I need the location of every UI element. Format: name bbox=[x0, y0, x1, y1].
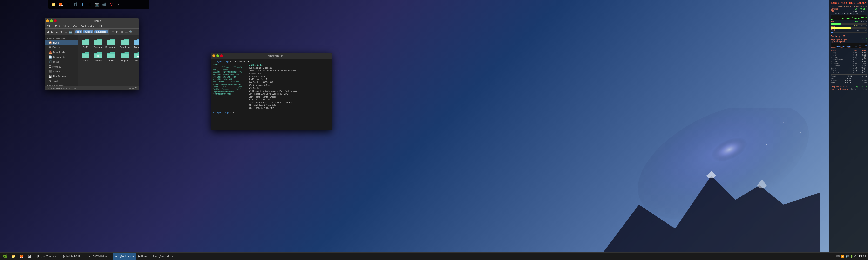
nav-home-btn[interactable]: ⌂ bbox=[64, 29, 68, 35]
window-maximize-btn[interactable] bbox=[50, 20, 53, 23]
tray-sound-icon[interactable]: 🔊 bbox=[845, 255, 849, 258]
svg-text:⬇: ⬇ bbox=[124, 42, 126, 44]
app-icon-shiftit[interactable]: S bbox=[79, 1, 86, 8]
term-minimize-btn[interactable] bbox=[212, 54, 215, 57]
folder-dropbox[interactable]: Dropbox bbox=[133, 37, 138, 49]
app-icon-spotify[interactable]: 🎵 bbox=[72, 1, 79, 8]
term-line-final-prompt: erik@erik-Hp ~ $ bbox=[213, 111, 330, 114]
sysmon-panel: Linux Mint 18.1 Serena Host Ubuntu Linux… bbox=[830, 0, 868, 252]
menu-help[interactable]: Help bbox=[97, 25, 104, 28]
filesystem-icon: 💾 bbox=[49, 75, 52, 78]
terminal-titlebar: erik@erik-Hp: ~ bbox=[211, 53, 332, 59]
sidebar-item-videos[interactable]: 🎬 Videos bbox=[44, 69, 78, 74]
sysmon-session-row: Session 371MB 10.3M bbox=[831, 75, 867, 77]
app-icon-vivaldi[interactable]: V bbox=[108, 1, 115, 8]
breadcrumb-aurelia[interactable]: aurelia bbox=[83, 30, 93, 33]
folder-downloads[interactable]: ⬇ Downloads bbox=[119, 37, 132, 49]
tray-network-icon[interactable]: 📶 bbox=[841, 255, 845, 258]
folder-public-icon bbox=[106, 52, 115, 59]
window-close-btn[interactable] bbox=[54, 20, 57, 23]
tray-keyboard-icon[interactable]: ⌨ bbox=[836, 255, 840, 258]
sidebar-item-filesystem[interactable]: 💾 File System bbox=[44, 74, 78, 79]
sidebar-item-trash[interactable]: 🗑 Trash bbox=[44, 79, 78, 83]
folder-downloads-label: Downloads bbox=[120, 46, 131, 48]
sidebar-item-documents[interactable]: 📄 Documents bbox=[44, 54, 78, 60]
nav-up-btn[interactable]: ▲ bbox=[55, 29, 59, 35]
menu-edit[interactable]: Edit bbox=[54, 25, 61, 28]
taskbar-item-data-ulti[interactable]: ~ - DATA/Ultimat... bbox=[87, 253, 112, 260]
sidebar-item-downloads[interactable]: 📥 Downloads bbox=[44, 50, 78, 54]
folder-pictures-label: Pictures bbox=[94, 60, 102, 62]
tray-battery-icon[interactable]: 🔋 bbox=[850, 255, 853, 258]
folder-templates[interactable]: Templates bbox=[119, 51, 132, 63]
folder-videos[interactable]: ▶ Videos bbox=[133, 51, 138, 63]
nav-forward-btn[interactable]: ▶ bbox=[50, 29, 54, 35]
menu-bookmarks[interactable]: Bookmarks bbox=[80, 25, 95, 28]
folder-desktop[interactable]: Desktop bbox=[92, 37, 103, 49]
app-icon-photos[interactable]: 📷 bbox=[94, 1, 100, 8]
view-list-btn[interactable]: ☰ bbox=[124, 29, 128, 35]
nav-reload-btn[interactable]: ↺ bbox=[59, 29, 63, 35]
process-row: teamviewerd0.120.30 bbox=[831, 58, 867, 61]
sysmon-uptime-row: Uptime 0h 47m 15s bbox=[831, 8, 867, 10]
sysmon-battery-title: Battery: 20 bbox=[831, 35, 867, 38]
app-icon-misc[interactable]: ⚙ bbox=[86, 1, 93, 8]
app-icon-screenrecord[interactable]: 📹 bbox=[101, 1, 107, 8]
sysmon-ul-row: Upload speed 1.71K bbox=[831, 40, 867, 43]
folder-public[interactable]: Public bbox=[104, 51, 117, 63]
sidebar-item-home[interactable]: 🏠 Home bbox=[44, 40, 78, 45]
toggle-extra-btn[interactable]: ⊟ bbox=[115, 29, 119, 35]
sysmon-swap-bar bbox=[831, 28, 867, 29]
sysmon-uptime-value: 0h 47m 15s bbox=[855, 8, 867, 10]
app-icon-firefox[interactable]: 🦊 bbox=[57, 1, 64, 8]
sidebar-item-pictures[interactable]: 🖼 Pictures bbox=[44, 64, 78, 69]
more-btn[interactable]: ⋮ bbox=[133, 29, 138, 35]
menu-view[interactable]: View bbox=[63, 25, 70, 28]
folder-music[interactable]: ♪ Music bbox=[80, 51, 91, 63]
window-minimize-btn[interactable] bbox=[46, 20, 49, 23]
taskbar-item-terminal[interactable]: [erik@erik-Hp: ~ bbox=[113, 253, 136, 260]
taskbar-item-home-fm[interactable]: ▶ Home bbox=[136, 253, 150, 260]
taskbar-item-imgur[interactable]: [Imgur: The mos... bbox=[35, 253, 61, 260]
folder-data[interactable]: DATA bbox=[80, 37, 91, 49]
svg-point-3 bbox=[627, 120, 627, 121]
sysmon-disk-label: Disk bbox=[831, 29, 835, 32]
folder-documents[interactable]: Documents bbox=[104, 37, 117, 49]
sysmon-uptime-label: Uptime bbox=[831, 8, 838, 10]
menu-go[interactable]: Go bbox=[72, 25, 78, 28]
nav-computer-btn[interactable]: 💻 bbox=[68, 29, 72, 35]
view-icon-btn[interactable]: ▦ bbox=[120, 29, 124, 35]
process-row: cinnamon0.270.28 bbox=[831, 61, 867, 63]
pictures-icon: 🖼 bbox=[49, 65, 51, 68]
sysmon-dl-row: Download speed 3.4K bbox=[831, 38, 867, 40]
sidebar-item-desktop[interactable]: 🖥 Desktop bbox=[44, 45, 78, 50]
app-icon-terminal[interactable]: >_ bbox=[115, 1, 122, 8]
taskbar-item-image-viewer[interactable]: 🖼 bbox=[26, 253, 33, 260]
sysmon-processes-table: Name CPU% MEM% Xorg2.040.16conky0.500.21… bbox=[831, 49, 867, 73]
downloads-icon: 📥 bbox=[49, 50, 52, 54]
terminal-body[interactable]: erik@erik-Hp ~ $ screenfetch MMMMmds+. M… bbox=[211, 59, 332, 130]
taskbar-mint-btn[interactable]: 🌿 bbox=[1, 253, 9, 260]
taskbar-item-arikdubois[interactable]: [arikdubois/URL... bbox=[61, 253, 86, 260]
sysmon-total-row: Total 12.05GB 467.31MB bbox=[831, 82, 867, 84]
breadcrumb-erik[interactable]: erik bbox=[75, 30, 82, 33]
search-btn[interactable]: 🔍 bbox=[129, 29, 133, 35]
taskbar-item-firefox[interactable]: 🦊 bbox=[18, 253, 25, 260]
process-row: variety0.2228.0M bbox=[831, 71, 867, 73]
sysmon-ram-bar bbox=[831, 23, 867, 25]
taskbar-item-files[interactable]: 📁 bbox=[9, 253, 17, 260]
breadcrumb-lazullicore[interactable]: lazullicore bbox=[94, 30, 108, 33]
toggle-sidebar-btn[interactable]: ⊞ bbox=[111, 29, 115, 35]
term-close-btn[interactable] bbox=[220, 54, 223, 57]
sidebar-item-music[interactable]: 🎵 Music bbox=[44, 60, 78, 64]
tray-misc-icon[interactable]: ⚙ bbox=[854, 255, 857, 258]
term-maximize-btn[interactable] bbox=[216, 54, 219, 57]
taskbar-item-terminal2[interactable]: $ erik@erik-Hp: ~ bbox=[151, 253, 175, 260]
nav-back-btn[interactable]: ◀ bbox=[45, 29, 50, 35]
menu-file[interactable]: File bbox=[46, 25, 52, 28]
folder-pictures[interactable]: 🖼 Pictures bbox=[92, 51, 103, 63]
sysmon-disk-bar-fill bbox=[831, 32, 833, 33]
app-icon-thunderbird[interactable]: ✉ bbox=[65, 1, 71, 8]
app-icon-files[interactable]: 📁 bbox=[50, 1, 57, 8]
term-sysinfo: erik@erik-Hp OS: Mint 18.1 serena Kernel… bbox=[249, 64, 299, 110]
